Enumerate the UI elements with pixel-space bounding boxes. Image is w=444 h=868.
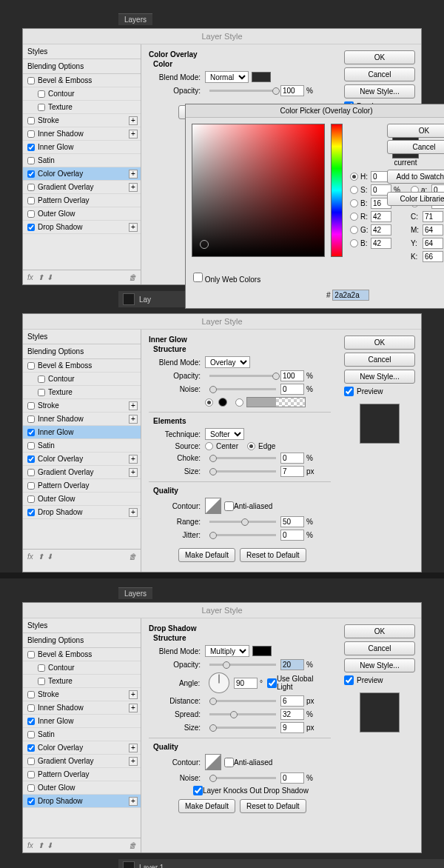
- size-input[interactable]: [280, 466, 304, 477]
- fx-outer-glow[interactable]: Outer Glow: [23, 781, 141, 795]
- jitter-input[interactable]: [280, 530, 304, 541]
- ok-button[interactable]: OK: [344, 624, 415, 638]
- trash-icon[interactable]: 🗑: [129, 552, 136, 561]
- fx-stroke-check[interactable]: [27, 117, 35, 124]
- fx-stroke[interactable]: Stroke+: [23, 688, 141, 701]
- fx-satin[interactable]: Satin: [23, 439, 141, 453]
- fx-outer-glow[interactable]: Outer Glow: [23, 493, 141, 506]
- size-slider[interactable]: [209, 470, 276, 473]
- fx-gradient-overlay-check[interactable]: [27, 184, 35, 191]
- fx-drop-shadow-check[interactable]: [27, 224, 35, 231]
- size-slider[interactable]: [209, 727, 276, 729]
- plus-icon[interactable]: +: [129, 130, 138, 138]
- noise-input[interactable]: [280, 772, 304, 784]
- size-input[interactable]: [280, 722, 304, 733]
- fx-stroke[interactable]: Stroke+: [23, 114, 141, 127]
- g-input[interactable]: [371, 224, 391, 236]
- layers-tab[interactable]: Layers: [118, 587, 152, 599]
- cancel-button[interactable]: Cancel: [344, 353, 415, 367]
- hex-input[interactable]: [332, 290, 369, 301]
- fx-texture[interactable]: Texture: [23, 101, 141, 114]
- technique-select[interactable]: Softer: [205, 428, 244, 440]
- cp-ok-button[interactable]: OK: [387, 124, 444, 138]
- fx-gradient-overlay[interactable]: Gradient Overlay+: [23, 755, 141, 768]
- y-input[interactable]: [423, 238, 443, 249]
- r-radio[interactable]: [350, 213, 358, 221]
- glow-color-swatch[interactable]: [218, 398, 227, 407]
- color-swatch[interactable]: [252, 72, 271, 82]
- distance-slider[interactable]: [209, 700, 276, 702]
- plus-icon[interactable]: +: [129, 183, 138, 192]
- range-input[interactable]: [280, 516, 304, 527]
- opacity-input[interactable]: [280, 85, 304, 96]
- fx-color-overlay[interactable]: Color Overlay+: [23, 167, 141, 181]
- fx-satin[interactable]: Satin: [23, 154, 141, 167]
- anti-aliased-check[interactable]: [224, 501, 234, 511]
- ok-button[interactable]: OK: [344, 335, 415, 350]
- fx-outer-glow-check[interactable]: [27, 210, 35, 218]
- g-radio[interactable]: [350, 226, 358, 234]
- new-style-button[interactable]: New Style...: [344, 84, 415, 99]
- reset-default-button[interactable]: Reset to Default: [240, 548, 306, 562]
- fx-bevel[interactable]: Bevel & Emboss: [23, 648, 141, 661]
- fx-contour-check[interactable]: [38, 90, 45, 98]
- hue-slider[interactable]: [331, 124, 343, 257]
- fx-inner-shadow-check[interactable]: [27, 130, 35, 138]
- noise-slider[interactable]: [209, 777, 276, 779]
- b-radio[interactable]: [350, 199, 358, 207]
- b2-input[interactable]: [371, 238, 391, 249]
- fx-inner-glow[interactable]: Inner Glow: [23, 715, 141, 728]
- fx-pattern-overlay[interactable]: Pattern Overlay: [23, 768, 141, 781]
- fx-outer-glow[interactable]: Outer Glow: [23, 207, 141, 221]
- new-style-button[interactable]: New Style...: [344, 658, 415, 672]
- make-default-button[interactable]: Make Default: [178, 799, 235, 813]
- fx-drop-shadow[interactable]: Drop Shadow+: [23, 795, 141, 808]
- choke-slider[interactable]: [209, 457, 276, 459]
- contour-swatch[interactable]: [205, 498, 221, 514]
- color-libraries-button[interactable]: Color Libraries: [387, 192, 444, 206]
- blend-mode-select[interactable]: Multiply: [205, 645, 249, 657]
- fx-color-overlay-check[interactable]: [27, 170, 35, 178]
- fx-texture-check[interactable]: [38, 104, 45, 111]
- arrow-up-icon[interactable]: ⬆: [38, 841, 44, 849]
- fx-contour[interactable]: Contour: [23, 373, 141, 386]
- m-input[interactable]: [423, 224, 443, 236]
- fx-satin-check[interactable]: [27, 157, 35, 164]
- make-default-button[interactable]: Make Default: [178, 548, 235, 562]
- fx-drop-shadow[interactable]: Drop Shadow+: [23, 221, 141, 234]
- arrow-up-icon[interactable]: ⬆: [38, 273, 44, 281]
- trash-icon[interactable]: 🗑: [129, 273, 136, 281]
- fx-pattern-overlay-check[interactable]: [27, 197, 35, 204]
- gradient-swatch[interactable]: [246, 397, 306, 407]
- preview-check[interactable]: [344, 675, 354, 685]
- blending-options[interactable]: Blending Options: [23, 633, 141, 648]
- plus-icon[interactable]: +: [129, 170, 138, 178]
- plus-icon[interactable]: +: [129, 223, 138, 232]
- blend-mode-select[interactable]: Normal: [205, 71, 249, 83]
- fx-bevel-check[interactable]: [27, 77, 35, 84]
- opacity-slider[interactable]: [209, 90, 276, 92]
- contour-swatch[interactable]: [205, 754, 221, 770]
- distance-input[interactable]: [280, 695, 304, 707]
- cancel-button[interactable]: Cancel: [344, 67, 415, 81]
- arrow-down-icon[interactable]: ⬇: [47, 841, 53, 849]
- styles-header[interactable]: Styles: [23, 330, 141, 344]
- center-radio[interactable]: [205, 442, 213, 450]
- opacity-slider[interactable]: [209, 664, 276, 666]
- spread-slider[interactable]: [209, 713, 276, 715]
- fx-bevel[interactable]: Bevel & Emboss: [23, 359, 141, 373]
- anti-aliased-check[interactable]: [224, 758, 234, 767]
- fx-pattern-overlay[interactable]: Pattern Overlay: [23, 194, 141, 207]
- opacity-slider[interactable]: [209, 375, 276, 377]
- opacity-input[interactable]: [280, 659, 304, 670]
- preview-check[interactable]: [344, 387, 354, 396]
- fx-satin[interactable]: Satin: [23, 728, 141, 741]
- plus-icon[interactable]: +: [129, 116, 138, 125]
- fx-gradient-overlay[interactable]: Gradient Overlay+: [23, 181, 141, 194]
- cp-cancel-button[interactable]: Cancel: [387, 140, 444, 154]
- edge-radio[interactable]: [247, 442, 255, 450]
- fx-contour[interactable]: Contour: [23, 661, 141, 675]
- fx-inner-shadow[interactable]: Inner Shadow+: [23, 701, 141, 715]
- layer-row[interactable]: Layer 1: [118, 859, 444, 868]
- fx-color-overlay[interactable]: Color Overlay+: [23, 741, 141, 755]
